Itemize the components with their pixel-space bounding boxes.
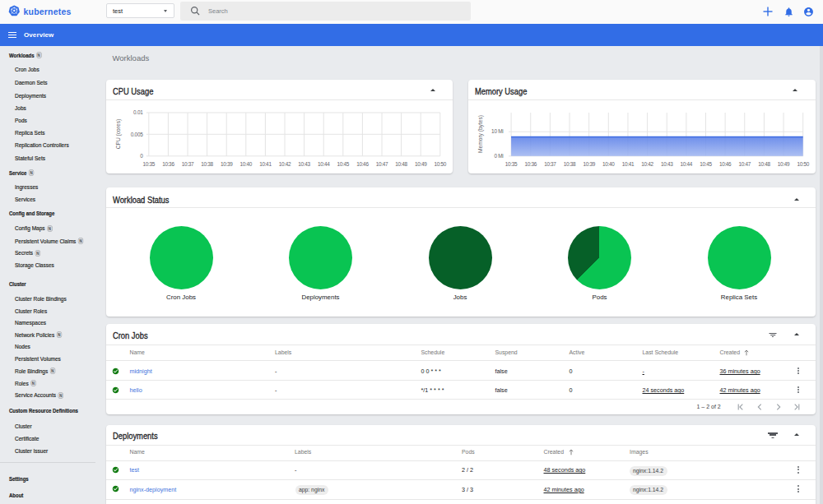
svg-text:10:40: 10:40 — [602, 161, 615, 167]
svg-text:10:49: 10:49 — [778, 161, 790, 167]
svg-text:10:37: 10:37 — [181, 161, 193, 167]
svg-text:10:39: 10:39 — [220, 161, 232, 167]
svg-text:10:44: 10:44 — [317, 161, 329, 167]
svg-text:10:38: 10:38 — [201, 161, 213, 167]
svg-text:10:47: 10:47 — [739, 161, 751, 167]
svg-text:0 Mi: 0 Mi — [494, 153, 503, 159]
svg-text:10:41: 10:41 — [622, 161, 635, 167]
svg-text:10:35: 10:35 — [505, 161, 518, 167]
svg-text:10:43: 10:43 — [661, 161, 673, 167]
svg-text:10:40: 10:40 — [239, 161, 252, 167]
svg-text:10:47: 10:47 — [375, 161, 388, 167]
svg-text:10:49: 10:49 — [414, 161, 426, 167]
svg-text:0: 0 — [140, 153, 143, 159]
svg-text:10 Mi: 10 Mi — [491, 128, 503, 134]
svg-text:10:35: 10:35 — [142, 161, 155, 167]
svg-text:10:37: 10:37 — [544, 161, 556, 167]
svg-text:10:42: 10:42 — [641, 161, 653, 167]
svg-text:10:46: 10:46 — [356, 161, 369, 167]
svg-text:10:45: 10:45 — [337, 161, 349, 167]
svg-text:10:50: 10:50 — [434, 161, 446, 167]
svg-text:0.01: 0.01 — [133, 109, 143, 115]
svg-text:10:48: 10:48 — [395, 161, 407, 167]
svg-text:10:42: 10:42 — [278, 161, 291, 167]
svg-text:0.005: 0.005 — [130, 132, 142, 137]
svg-text:10:39: 10:39 — [583, 161, 595, 167]
svg-text:10:41: 10:41 — [259, 161, 272, 167]
svg-text:10:45: 10:45 — [700, 161, 712, 167]
svg-text:10:50: 10:50 — [797, 161, 809, 167]
svg-text:10:43: 10:43 — [298, 161, 310, 167]
svg-text:Memory (bytes): Memory (bytes) — [477, 115, 484, 153]
svg-text:10:38: 10:38 — [564, 161, 576, 167]
svg-text:10:36: 10:36 — [162, 161, 174, 167]
svg-text:10:44: 10:44 — [681, 161, 693, 167]
svg-text:CPU (cores): CPU (cores) — [115, 119, 122, 149]
svg-text:10:46: 10:46 — [719, 161, 732, 167]
svg-text:10:36: 10:36 — [524, 161, 537, 167]
svg-text:10:48: 10:48 — [758, 161, 770, 167]
